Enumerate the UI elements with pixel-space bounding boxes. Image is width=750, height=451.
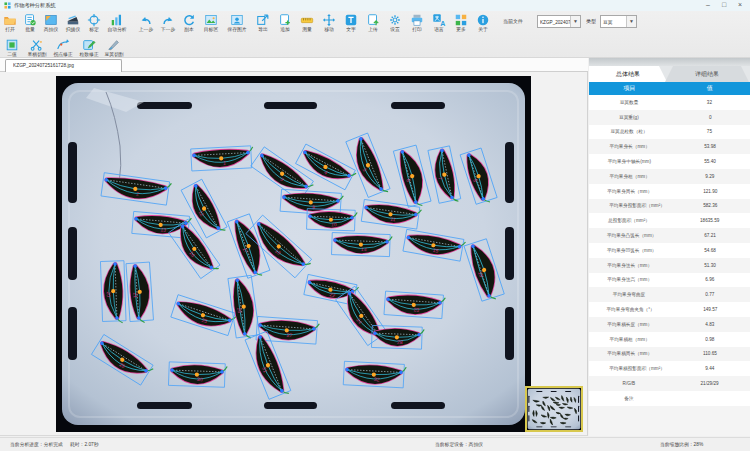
print-icon: [410, 13, 424, 27]
text-icon: [344, 13, 358, 27]
toolbar-button-calibrate[interactable]: 标定: [84, 11, 104, 35]
toolbar-button-stem-cut[interactable]: 果柄切割: [24, 36, 50, 60]
toolbar-selectors: 当前文件 KZGP_202407 ▼ 类型 豆荚 ▼: [500, 11, 750, 36]
svg-text:14: 14: [361, 246, 367, 252]
title-bar: 作物考种分析系统 – □ ×: [0, 0, 750, 11]
toolbar-button-text[interactable]: 文字: [340, 11, 362, 35]
result-row-15: 平均果柄长度（mm）4.83: [589, 317, 750, 332]
type-dropdown-arrow[interactable]: ▼: [626, 16, 636, 27]
current-file-value: KZGP_202407: [540, 19, 571, 25]
toolbar-button-count-fix[interactable]: 粒数修正: [76, 36, 101, 60]
result-row-4: 平均果身中轴长(mm)55.40: [589, 154, 750, 169]
status-progress: 当前分析进度：分析完成: [10, 441, 63, 449]
toolbar-button-language[interactable]: A语言: [428, 11, 450, 35]
toolbar-button-copy[interactable]: 副本: [179, 11, 199, 35]
results-panel: 总体结果 详细结果 项目 值 豆荚数量32豆荚重(g)0豆荚总粒数（粒）75平均…: [589, 58, 750, 436]
result-row-1: 豆荚重(g)0: [589, 110, 750, 125]
toolbar-button-settings[interactable]: 设置: [384, 11, 406, 35]
target-area-icon: [204, 13, 218, 27]
app-icon: [4, 2, 11, 9]
image-canvas-panel[interactable]: 1234567891011121314151617181920212223242…: [0, 72, 588, 436]
toolbar-button-binarize[interactable]: 二值: [0, 36, 24, 60]
result-row-14: 平均果身弯曲夹角（°）149.57: [589, 302, 750, 317]
current-file-label: 当前文件: [503, 15, 523, 28]
auto-analyze-icon: [110, 13, 124, 27]
result-row-12: 平均果身弦高（mm）6.96: [589, 273, 750, 288]
toolbar-row1: 打开批量高拍仪扫描仪标定自动分析上一步下一步副本目标区保存图片导出追加测量移动文…: [0, 11, 494, 35]
tab-overall-results[interactable]: 总体结果: [589, 66, 667, 82]
result-row-2: 豆荚总粒数（粒）75: [589, 125, 750, 140]
svg-text:11: 11: [390, 216, 396, 223]
toolbar-button-upload[interactable]: 上传: [362, 11, 384, 35]
toolbar-button-scanner[interactable]: 扫描仪: [62, 11, 84, 35]
toolbar-button-undo[interactable]: 上一步: [135, 11, 157, 35]
svg-text:20: 20: [106, 291, 112, 297]
language-icon: A: [432, 13, 446, 27]
toolbar-button-pod-cut[interactable]: 豆荚切割: [101, 36, 126, 60]
toolbar-button-more[interactable]: 更多: [450, 11, 472, 35]
results-header-value: 值: [670, 82, 750, 95]
toolbar-button-measure[interactable]: 测量: [296, 11, 318, 35]
result-row-8: 总投影面积（mm²）18635.59: [589, 213, 750, 228]
doc-camera-icon: [44, 13, 58, 27]
result-row-18: 平均果柄投影面积（mm²）9.44: [589, 361, 750, 376]
document-tab[interactable]: KZGP_20240725161728.jpg: [5, 59, 122, 72]
toolbar-button-move[interactable]: 移动: [318, 11, 340, 35]
result-row-20: 备注: [589, 391, 750, 406]
close-button[interactable]: ×: [732, 0, 748, 11]
current-file-combobox[interactable]: KZGP_202407 ▼: [537, 15, 581, 28]
export-icon: [256, 13, 270, 27]
svg-text:30: 30: [197, 376, 203, 382]
status-device: 当前标定设备：高拍仪: [435, 441, 483, 449]
binarize-icon: [5, 38, 19, 52]
svg-text:32: 32: [374, 376, 380, 382]
toolbar-button-inflection-fix[interactable]: 拐点修正: [50, 36, 76, 60]
about-icon: [476, 13, 490, 27]
type-label: 类型: [586, 15, 596, 28]
toolbar-button-print[interactable]: 打印: [406, 11, 428, 35]
type-value: 豆荚: [603, 19, 612, 25]
toolbar-button-save-image[interactable]: 保存图片: [222, 11, 252, 35]
calibrate-icon: [87, 13, 101, 27]
toolbar-button-redo[interactable]: 下一步: [157, 11, 179, 35]
result-row-17: 平均果柄周长（mm）110.65: [589, 347, 750, 362]
minimize-button[interactable]: –: [700, 0, 716, 11]
analyzed-photo: 1234567891011121314151617181920212223242…: [56, 76, 531, 432]
upload-icon: [366, 13, 380, 27]
svg-text:13: 13: [160, 226, 166, 232]
toolbar-button-batch[interactable]: 批量: [20, 11, 40, 35]
copy-icon: [182, 13, 196, 27]
measure-icon: [300, 13, 314, 27]
result-row-10: 平均果身凹弧长（mm）54.68: [589, 243, 750, 258]
open-icon: [3, 13, 17, 27]
results-table: 豆荚数量32豆荚重(g)0豆荚总粒数（粒）75平均果身长（mm）53.98平均果…: [589, 95, 750, 406]
toolbar-button-target-area[interactable]: 目标区: [199, 11, 222, 35]
toolbar-button-doc-camera[interactable]: 高拍仪: [40, 11, 62, 35]
more-icon: [454, 13, 468, 27]
result-row-3: 平均果身长（mm）53.98: [589, 139, 750, 154]
toolbar: 打开批量高拍仪扫描仪标定自动分析上一步下一步副本目标区保存图片导出追加测量移动文…: [0, 11, 750, 58]
results-header-item: 项目: [589, 82, 670, 95]
navigator-inset[interactable]: [525, 386, 583, 432]
undo-icon: [139, 13, 153, 27]
toolbar-button-auto-analyze[interactable]: 自动分析: [104, 11, 129, 35]
results-panel-top-strip: [589, 58, 750, 66]
maximize-button[interactable]: □: [716, 0, 732, 11]
status-zoom: 当前缩放比例：28%: [660, 441, 703, 449]
result-row-9: 平均果身凸弧长（mm）67.21: [589, 228, 750, 243]
svg-text:10: 10: [331, 221, 337, 227]
toolbar-button-append[interactable]: 追加: [274, 11, 296, 35]
count-fix-icon: [82, 38, 96, 52]
toolbar-button-about[interactable]: 关于: [472, 11, 494, 35]
pod-cut-icon: [107, 38, 121, 52]
batch-icon: [23, 13, 37, 27]
type-combobox[interactable]: 豆荚 ▼: [600, 15, 637, 28]
svg-text:21: 21: [132, 292, 138, 298]
toolbar-button-export[interactable]: 导出: [252, 11, 274, 35]
toolbar-button-open[interactable]: 打开: [0, 11, 20, 35]
result-row-5: 平均果身粗（mm）9.29: [589, 169, 750, 184]
tab-detailed-results[interactable]: 详细结果: [665, 66, 749, 82]
status-bar: 当前分析进度：分析完成 耗时：2.07秒 当前标定设备：高拍仪 当前缩放比例：2…: [0, 437, 750, 451]
current-file-dropdown-arrow[interactable]: ▼: [570, 16, 580, 27]
result-row-19: R/G/B21/29/29: [589, 376, 750, 391]
